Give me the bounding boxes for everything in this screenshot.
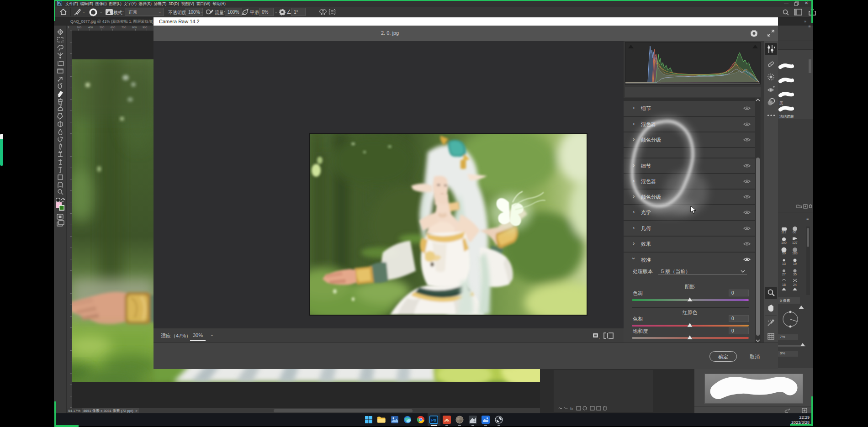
svg-text:fx: fx — [570, 406, 573, 411]
svg-text:,: , — [599, 336, 600, 339]
svg-text:Ps: Ps — [431, 418, 436, 422]
